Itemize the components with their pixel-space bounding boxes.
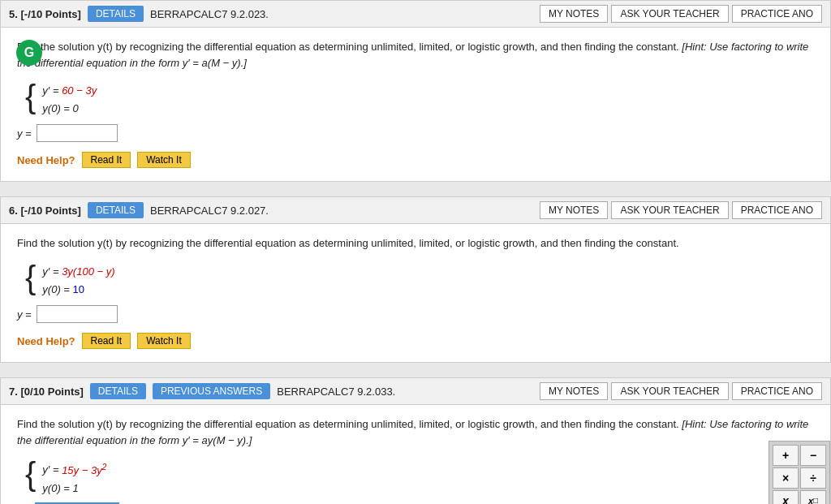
p5-watch-it-button[interactable]: Watch It — [137, 152, 191, 168]
p7-question-text: Find the solution y(t) by recognizing th… — [17, 418, 679, 430]
p6-eq2: y(0) = 10 — [42, 282, 114, 297]
calc-times-button[interactable]: × — [773, 467, 799, 489]
p6-equation-block: { y′ = 3y(100 − y) y(0) = 10 — [25, 260, 814, 297]
calc-panel: + − × ÷ x x□ ⁄ x□ √ n! — [769, 441, 830, 504]
p6-question: Find the solution y(t) by recognizing th… — [17, 235, 814, 252]
problem-6-header: 6. [-/10 Points] DETAILS BERRAPCALC7 9.2… — [1, 197, 830, 224]
p7-prev-answers-button[interactable]: PREVIOUS ANSWERS — [153, 383, 270, 399]
p5-points: [-/10 Points] — [20, 8, 80, 20]
p6-code: BERRAPCALC7 9.2.027. — [150, 205, 269, 217]
problem-7-block: 7. [0/10 Points] DETAILS PREVIOUS ANSWER… — [0, 377, 831, 504]
p5-answer-input[interactable] — [37, 124, 118, 142]
p6-points: [-/10 Points] — [20, 205, 80, 217]
p7-ask-teacher-button[interactable]: ASK YOUR TEACHER — [611, 382, 728, 400]
p6-eq-lines: y′ = 3y(100 − y) y(0) = 10 — [42, 265, 114, 297]
p6-num: 6. — [9, 205, 18, 217]
p6-details-button[interactable]: DETAILS — [88, 202, 144, 218]
grammarly-icon: G — [16, 40, 42, 66]
problem-5-header: 5. [-/10 Points] DETAILS BERRAPCALC7 9.2… — [1, 1, 830, 28]
p7-my-notes-button[interactable]: MY NOTES — [540, 382, 608, 400]
p6-my-notes-button[interactable]: MY NOTES — [540, 201, 608, 219]
p6-practice-button[interactable]: PRACTICE ANO — [732, 201, 822, 219]
p6-ask-teacher-button[interactable]: ASK YOUR TEACHER — [611, 201, 728, 219]
p5-num: 5. — [9, 8, 18, 20]
p5-practice-button[interactable]: PRACTICE ANO — [732, 5, 822, 23]
p7-points: [0/10 Points] — [20, 386, 83, 398]
p6-read-it-button[interactable]: Read It — [82, 333, 131, 349]
problem-5-block: 5. [-/10 Points] DETAILS BERRAPCALC7 9.2… — [0, 0, 831, 182]
problem-7-number: 7. [0/10 Points] — [9, 386, 84, 398]
p6-brace: { — [25, 261, 36, 294]
p7-num: 7. — [9, 386, 18, 398]
calc-x-button[interactable]: x — [773, 490, 799, 504]
calc-plus-button[interactable]: + — [773, 445, 799, 466]
p7-header-right: MY NOTES ASK YOUR TEACHER PRACTICE ANO — [540, 382, 822, 400]
p6-header-right: MY NOTES ASK YOUR TEACHER PRACTICE ANO — [540, 201, 822, 219]
calc-minus-button[interactable]: − — [800, 445, 826, 466]
p6-watch-it-button[interactable]: Watch It — [137, 333, 191, 349]
p5-eq2: y(0) = 0 — [42, 101, 97, 116]
problem-6-block: 6. [-/10 Points] DETAILS BERRAPCALC7 9.2… — [0, 196, 831, 363]
p5-details-button[interactable]: DETAILS — [88, 6, 144, 22]
p5-code: BERRAPCALC7 9.2.023. — [150, 8, 269, 20]
p6-eq1: y′ = 3y(100 − y) — [42, 265, 114, 279]
p6-need-help-row: Need Help? Read It Watch It — [17, 333, 814, 349]
p5-question: Find the solution y(t) by recognizing th… — [17, 39, 814, 71]
p5-my-notes-button[interactable]: MY NOTES — [540, 5, 608, 23]
problem-7-header: 7. [0/10 Points] DETAILS PREVIOUS ANSWER… — [1, 378, 830, 405]
problem-6-body: Find the solution y(t) by recognizing th… — [1, 224, 830, 362]
calc-divide-button[interactable]: ÷ — [800, 467, 826, 489]
problem-7-body: Find the solution y(t) by recognizing th… — [1, 405, 830, 504]
p6-question-text: Find the solution y(t) by recognizing th… — [17, 237, 679, 249]
p5-equation-block: { y′ = 60 − 3y y(0) = 0 — [25, 79, 814, 116]
p7-brace: { — [25, 458, 36, 490]
problem-6-number: 6. [-/10 Points] — [9, 205, 81, 217]
p7-practice-button[interactable]: PRACTICE ANO — [732, 382, 822, 400]
p6-answer-row: y = — [17, 305, 814, 323]
p5-question-text: Find the solution y(t) by recognizing th… — [17, 41, 679, 53]
p7-eq2: y(0) = 1 — [42, 481, 106, 496]
problem-5-number: 5. [-/10 Points] — [9, 8, 81, 20]
p7-equation-block: { y′ = 15y − 3y2 y(0) = 1 — [25, 456, 814, 496]
p7-eq-lines: y′ = 15y − 3y2 y(0) = 1 — [42, 461, 106, 496]
calc-superscript-button[interactable]: x□ — [800, 490, 826, 504]
p6-need-help-label: Need Help? — [17, 335, 75, 347]
p5-eq-lines: y′ = 60 − 3y y(0) = 0 — [42, 84, 97, 116]
p5-brace: { — [25, 80, 36, 113]
p5-need-help-row: Need Help? Read It Watch It — [17, 152, 814, 168]
p5-read-it-button[interactable]: Read It — [82, 152, 131, 168]
p5-answer-label: y = — [17, 127, 32, 140]
p5-answer-row: y = — [17, 124, 814, 142]
p5-eq1: y′ = 60 − 3y — [42, 84, 97, 98]
p5-need-help-label: Need Help? — [17, 154, 75, 166]
p7-eq1: y′ = 15y − 3y2 — [42, 461, 106, 478]
p7-details-button[interactable]: DETAILS — [90, 383, 146, 399]
problem-5-body: Find the solution y(t) by recognizing th… — [1, 28, 830, 181]
p7-code: BERRAPCALC7 9.2.033. — [277, 386, 395, 398]
p5-ask-teacher-button[interactable]: ASK YOUR TEACHER — [611, 5, 728, 23]
p6-answer-label: y = — [17, 308, 32, 321]
p5-header-right: MY NOTES ASK YOUR TEACHER PRACTICE ANO — [540, 5, 822, 23]
p6-answer-input[interactable] — [37, 305, 118, 323]
p7-question: Find the solution y(t) by recognizing th… — [17, 416, 814, 448]
